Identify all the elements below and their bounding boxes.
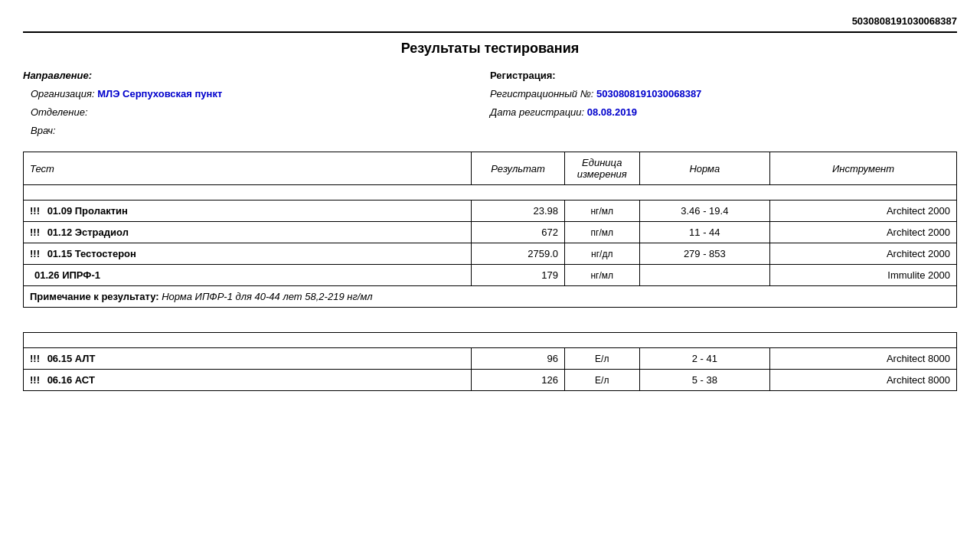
table-row: !!! 01.15 Тестостерон 2759.0 нг/дл 279 -…	[24, 243, 957, 265]
results-table-1: Тест Результат Единица измерения Норма И…	[23, 152, 957, 308]
empty-spacer-row	[24, 185, 957, 201]
test-cell-6: !!! 06.16 АСТ	[24, 370, 472, 391]
norm-cell-5: 2 - 41	[639, 348, 770, 370]
empty-spacer-row-2	[24, 333, 957, 348]
alert-mark-6: !!!	[30, 374, 40, 386]
note-row: Примечание к результату: Норма ИПФР-1 дл…	[24, 286, 957, 308]
alert-mark-1: !!!	[30, 205, 40, 217]
reg-main-label: Регистрация:	[490, 70, 556, 81]
dept-block: Отделение:	[23, 104, 490, 121]
unit-cell-5: Е/л	[565, 348, 640, 370]
instrument-cell-3: Architect 2000	[770, 243, 957, 265]
col-header-unit: Единица измерения	[565, 152, 640, 185]
reg-date-label: Дата регистрации:	[490, 106, 584, 118]
test-cell-4: 01.26 ИПРФ-1	[24, 265, 472, 286]
unit-cell-1: нг/мл	[565, 201, 640, 222]
unit-cell-3: нг/дл	[565, 243, 640, 265]
test-name-3: 01.15 Тестостерон	[47, 248, 136, 259]
test-cell-1: !!! 01.09 Пролактин	[24, 201, 472, 222]
note-label: Примечание к результату:	[30, 291, 159, 302]
table-row: !!! 06.16 АСТ 126 Е/л 5 - 38 Architect 8…	[24, 370, 957, 391]
unit-cell-2: пг/мл	[565, 222, 640, 243]
result-cell-4: 179	[472, 265, 565, 286]
instrument-cell-1: Architect 2000	[770, 201, 957, 222]
test-name-5: 06.15 АЛТ	[47, 353, 96, 364]
test-name-2: 01.12 Эстрадиол	[47, 227, 129, 238]
test-name-6: 06.16 АСТ	[47, 374, 95, 386]
test-cell-3: !!! 01.15 Тестостерон	[24, 243, 472, 265]
instrument-cell-6: Architect 8000	[770, 370, 957, 391]
page-title: Результаты тестирования	[23, 41, 957, 57]
norm-cell-4	[639, 265, 770, 286]
reg-number-label: Регистрационный №:	[490, 88, 593, 99]
norm-cell-3: 279 - 853	[639, 243, 770, 265]
direction-label: Направление:	[23, 70, 92, 81]
norm-cell-6: 5 - 38	[639, 370, 770, 391]
norm-cell-2: 11 - 44	[639, 222, 770, 243]
doctor-label: Врач:	[23, 125, 56, 136]
registration-number-top: 5030808191030068387	[852, 15, 957, 27]
table-separator	[23, 320, 957, 332]
doctor-block: Врач:	[23, 122, 490, 139]
org-block: Организация: МЛЭ Серпуховская пункт	[23, 86, 490, 103]
instrument-cell-4: Immulite 2000	[770, 265, 957, 286]
reg-number-value: 5030808191030068387	[596, 88, 701, 99]
test-name-4: 01.26 ИПРФ-1	[34, 269, 100, 281]
alert-mark-5: !!!	[30, 353, 40, 364]
result-cell-2: 672	[472, 222, 565, 243]
org-label: Организация:	[23, 88, 95, 99]
note-text: Норма ИПФР-1 для 40-44 лет 58,2-219 нг/м…	[162, 291, 373, 302]
reg-date-block: Дата регистрации: 08.08.2019	[490, 104, 957, 121]
unit-cell-6: Е/л	[565, 370, 640, 391]
reg-number-block: Регистрационный №: 5030808191030068387	[490, 86, 957, 103]
table-row: 01.26 ИПРФ-1 179 нг/мл Immulite 2000	[24, 265, 957, 286]
norm-cell-1: 3.46 - 19.4	[639, 201, 770, 222]
result-cell-3: 2759.0	[472, 243, 565, 265]
table-row: !!! 01.12 Эстрадиол 672 пг/мл 11 - 44 Ar…	[24, 222, 957, 243]
table-row: !!! 06.15 АЛТ 96 Е/л 2 - 41 Architect 80…	[24, 348, 957, 370]
org-value: МЛЭ Серпуховская пункт	[97, 88, 222, 99]
header-right: Регистрация: Регистрационный №: 50308081…	[490, 67, 957, 141]
alert-mark-3: !!!	[30, 248, 40, 259]
header-left: Направление: Организация: МЛЭ Серпуховск…	[23, 67, 490, 141]
results-table-2: !!! 06.15 АЛТ 96 Е/л 2 - 41 Architect 80…	[23, 332, 957, 391]
header-info: Направление: Организация: МЛЭ Серпуховск…	[23, 67, 957, 141]
test-cell-2: !!! 01.12 Эстрадиол	[24, 222, 472, 243]
reg-header-block: Регистрация:	[490, 67, 957, 84]
col-header-result: Результат	[472, 152, 565, 185]
dept-label: Отделение:	[23, 106, 88, 118]
result-cell-6: 126	[472, 370, 565, 391]
test-name-1: 01.09 Пролактин	[47, 205, 128, 217]
unit-cell-4: нг/мл	[565, 265, 640, 286]
col-header-norm: Норма	[639, 152, 770, 185]
reg-date-value: 08.08.2019	[587, 106, 637, 118]
instrument-cell-5: Architect 8000	[770, 348, 957, 370]
direction-block: Направление:	[23, 67, 490, 84]
alert-mark-2: !!!	[30, 227, 40, 238]
table-row: !!! 01.09 Пролактин 23.98 нг/мл 3.46 - 1…	[24, 201, 957, 222]
col-header-test: Тест	[24, 152, 472, 185]
instrument-cell-2: Architect 2000	[770, 222, 957, 243]
test-cell-5: !!! 06.15 АЛТ	[24, 348, 472, 370]
result-cell-1: 23.98	[472, 201, 565, 222]
col-header-instrument: Инструмент	[770, 152, 957, 185]
top-bar: 5030808191030068387	[23, 15, 957, 33]
result-cell-5: 96	[472, 348, 565, 370]
